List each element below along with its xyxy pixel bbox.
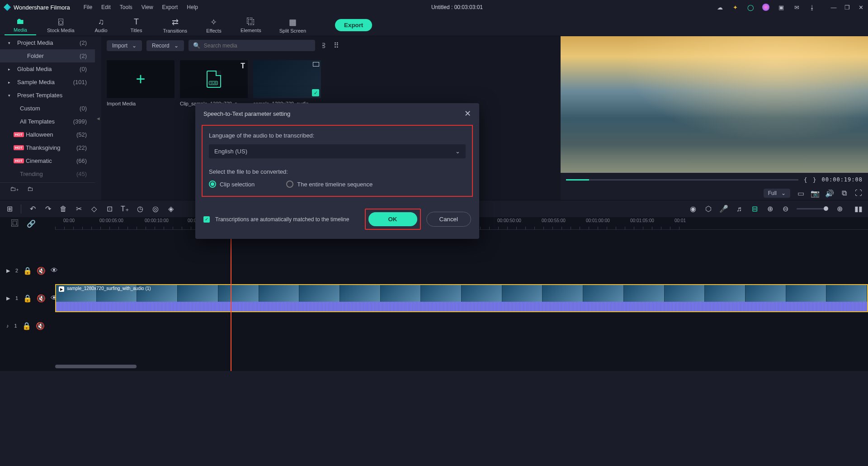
volume-icon[interactable]: 🔊 xyxy=(826,189,834,197)
menu-file[interactable]: File xyxy=(84,4,92,10)
cloud-icon[interactable]: ☁ xyxy=(716,4,723,11)
marker-icon[interactable]: ⬡ xyxy=(704,205,712,213)
tag-icon[interactable]: ◇ xyxy=(90,205,98,213)
mute-icon[interactable]: 🔇 xyxy=(37,266,45,275)
tab-titles[interactable]: TTitles xyxy=(121,15,152,35)
download-icon[interactable]: ⭳ xyxy=(808,4,816,11)
tab-stock-media[interactable]: ⌼Stock Media xyxy=(40,15,82,35)
preview-viewport[interactable] xyxy=(561,36,868,173)
keyframe-icon[interactable]: ◈ xyxy=(167,205,175,213)
sidebar-item-all-templates[interactable]: All Templates(399) xyxy=(0,115,95,128)
radio-entire-timeline[interactable]: The entire timeline sequence xyxy=(286,181,373,188)
menu-export[interactable]: Export xyxy=(162,4,178,10)
sidebar-item-halloween[interactable]: HOTHalloween(52) xyxy=(0,128,95,141)
preview-scrubber[interactable] xyxy=(566,179,798,181)
audio-mixer-icon[interactable]: ♬ xyxy=(735,205,743,213)
ok-button[interactable]: OK xyxy=(368,212,417,226)
link-icon[interactable]: 🔗 xyxy=(27,219,35,228)
zoom-slider[interactable] xyxy=(797,208,828,209)
cancel-button[interactable]: Cancel xyxy=(426,212,472,227)
render-icon[interactable]: ⊟ xyxy=(750,205,759,213)
undo-icon[interactable]: ↶ xyxy=(28,205,37,213)
import-dropdown[interactable]: Import⌄ xyxy=(107,40,142,51)
zoom-out-icon[interactable]: ⊖ xyxy=(781,205,789,213)
checkbox-checked-icon[interactable]: ✓ xyxy=(203,216,210,223)
timeline-h-scrollbar[interactable] xyxy=(55,365,137,368)
grid-view-icon[interactable]: ⠿ xyxy=(332,42,340,50)
snapshot-icon[interactable]: 📷 xyxy=(811,189,819,197)
levels-icon[interactable]: ▮▮ xyxy=(854,205,863,213)
pip-icon[interactable]: ⧉ xyxy=(840,189,848,197)
crop-icon[interactable]: ⊡ xyxy=(105,205,113,213)
mark-out-icon[interactable]: } xyxy=(813,176,816,183)
tab-effects[interactable]: ✧Effects xyxy=(198,15,230,35)
minimize-icon[interactable]: — xyxy=(830,4,837,11)
export-button[interactable]: Export xyxy=(335,19,372,31)
search-input[interactable] xyxy=(204,43,311,49)
media-item-subtitle[interactable]: T Clip_sample_1280x720_s... xyxy=(180,60,248,106)
radio-clip-selection[interactable]: Clip selection xyxy=(209,181,255,188)
save-icon[interactable]: ▣ xyxy=(778,4,785,11)
sidebar-item-sample-media[interactable]: ▸Sample Media(101) xyxy=(0,76,95,89)
tab-elements[interactable]: ⿻Elements xyxy=(233,15,269,35)
new-folder-icon[interactable]: 🗀₊ xyxy=(10,185,19,192)
tracks-icon[interactable]: ⿴ xyxy=(11,219,19,228)
timeline: ⿴ 🔗 00:0000:00:05:0000:00:10:0000:00:15:… xyxy=(0,217,868,371)
hot-badge: HOT xyxy=(14,158,24,163)
record-dropdown[interactable]: Record⌄ xyxy=(146,40,184,51)
search-box[interactable]: 🔍 xyxy=(189,40,315,51)
mark-in-icon[interactable]: { xyxy=(804,176,807,183)
collapse-sidebar-icon[interactable]: ◂ xyxy=(95,36,101,200)
sidebar-item-trending[interactable]: Trending(45) xyxy=(0,167,95,181)
sidebar-item-custom[interactable]: Custom(0) xyxy=(0,102,95,115)
filter-icon[interactable]: ⫖ xyxy=(320,42,328,50)
menu-edit[interactable]: Edit xyxy=(101,4,111,10)
maximize-icon[interactable]: ❐ xyxy=(844,4,851,11)
redo-icon[interactable]: ↷ xyxy=(44,205,52,213)
sidebar-item-preset-templates[interactable]: ▾Preset Templates xyxy=(0,89,95,102)
cut-icon[interactable]: ✂ xyxy=(75,205,83,213)
tab-media[interactable]: 🖿Media xyxy=(5,15,36,35)
menu-view[interactable]: View xyxy=(142,4,153,10)
lock-icon[interactable]: 🔒 xyxy=(23,322,31,330)
delete-icon[interactable]: 🗑 xyxy=(59,205,67,213)
sidebar-item-cinematic[interactable]: HOTCinematic(66) xyxy=(0,154,95,167)
lock-icon[interactable]: 🔒 xyxy=(24,266,32,275)
lock-icon[interactable]: 🔒 xyxy=(24,294,32,302)
playhead[interactable]: ✂ xyxy=(231,230,231,371)
speed-icon[interactable]: ◷ xyxy=(136,205,144,213)
quality-dropdown[interactable]: Full⌄ xyxy=(764,189,790,198)
mute-icon[interactable]: 🔇 xyxy=(37,294,45,302)
headphones-icon[interactable]: ◯ xyxy=(747,4,754,11)
sidebar-item-thanksgiving[interactable]: HOTThanksgiving(22) xyxy=(0,141,95,154)
sidebar-item-global-media[interactable]: ▸Global Media(0) xyxy=(0,62,95,76)
avatar-icon[interactable] xyxy=(762,4,769,11)
sidebar-item-project-media[interactable]: ▾Project Media(2) xyxy=(0,36,95,49)
message-icon[interactable]: ✉ xyxy=(793,4,800,11)
lightbulb-icon[interactable]: ✦ xyxy=(731,4,739,11)
add-marker-icon[interactable]: ⊕ xyxy=(766,205,774,213)
media-item-import[interactable]: + Import Media xyxy=(107,60,175,106)
tab-transitions[interactable]: ⇄Transitions xyxy=(156,15,194,35)
text-add-icon[interactable]: T₊ xyxy=(121,205,129,213)
toolbox-icon[interactable]: ⊞ xyxy=(5,205,14,213)
zoom-in-icon[interactable]: ⊕ xyxy=(835,205,844,213)
media-item-video[interactable]: ✓ sample_1280x720_surfin... xyxy=(253,60,321,106)
dialog-close-icon[interactable]: ✕ xyxy=(464,109,471,119)
sidebar-item-folder[interactable]: Folder(2) xyxy=(0,49,95,62)
tab-split-screen[interactable]: ▦Split Screen xyxy=(272,15,313,35)
timeline-clip[interactable]: ▶ sample_1280x720_surfing_with_audio (1) xyxy=(55,284,868,312)
color-icon[interactable]: ◎ xyxy=(151,205,160,213)
music-icon: ♫ xyxy=(98,17,104,27)
menu-help[interactable]: Help xyxy=(187,4,198,10)
folder-icon[interactable]: 🗀 xyxy=(27,185,33,192)
close-icon[interactable]: ✕ xyxy=(857,4,864,11)
language-select[interactable]: English (US) ⌄ xyxy=(209,144,466,158)
fullscreen-icon[interactable]: ⛶ xyxy=(854,189,863,197)
mute-icon[interactable]: 🔇 xyxy=(36,322,44,330)
tab-audio[interactable]: ♫Audio xyxy=(85,15,117,35)
mixer-icon[interactable]: ◉ xyxy=(689,205,697,213)
menu-tools[interactable]: Tools xyxy=(120,4,132,10)
display-icon[interactable]: ▭ xyxy=(797,189,805,197)
mic-icon[interactable]: 🎤 xyxy=(720,205,728,213)
